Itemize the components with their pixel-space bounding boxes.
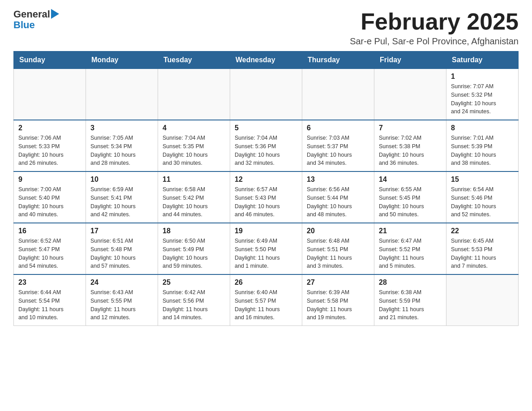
day-info: Sunrise: 6:50 AMSunset: 5:49 PMDaylight:… [163, 237, 225, 270]
calendar-cell-w1-d6: 8Sunrise: 7:01 AMSunset: 5:39 PMDaylight… [446, 120, 519, 171]
calendar-cell-w3-d6: 22Sunrise: 6:45 AMSunset: 5:53 PMDayligh… [446, 223, 519, 274]
day-info: Sunrise: 6:55 AMSunset: 5:45 PMDaylight:… [379, 185, 442, 219]
day-number: 26 [235, 278, 297, 287]
day-info: Sunrise: 6:42 AMSunset: 5:56 PMDaylight:… [163, 288, 225, 322]
day-info: Sunrise: 6:52 AMSunset: 5:47 PMDaylight:… [18, 237, 81, 270]
calendar-cell-w3-d3: 19Sunrise: 6:49 AMSunset: 5:50 PMDayligh… [230, 223, 302, 274]
calendar-cell-w4-d3: 26Sunrise: 6:40 AMSunset: 5:57 PMDayligh… [230, 274, 302, 326]
calendar-cell-w4-d5: 28Sunrise: 6:38 AMSunset: 5:59 PMDayligh… [374, 274, 446, 326]
day-info: Sunrise: 6:59 AMSunset: 5:41 PMDaylight:… [90, 185, 153, 219]
day-number: 4 [163, 124, 225, 132]
calendar-cell-w2-d4: 13Sunrise: 6:56 AMSunset: 5:44 PMDayligh… [302, 171, 374, 223]
day-number: 9 [18, 176, 81, 184]
day-number: 1 [451, 73, 514, 81]
logo-blue-text: Blue [13, 19, 35, 30]
day-number: 14 [379, 176, 442, 184]
calendar-cell-w4-d6 [446, 274, 519, 326]
calendar-cell-w2-d1: 10Sunrise: 6:59 AMSunset: 5:41 PMDayligh… [86, 171, 158, 223]
day-info: Sunrise: 6:57 AMSunset: 5:43 PMDaylight:… [235, 185, 297, 219]
header-saturday: Saturday [446, 51, 519, 69]
calendar-cell-w2-d5: 14Sunrise: 6:55 AMSunset: 5:45 PMDayligh… [374, 171, 446, 223]
day-number: 3 [90, 124, 153, 132]
day-info: Sunrise: 6:43 AMSunset: 5:55 PMDaylight:… [90, 288, 153, 322]
logo-triangle-icon [51, 9, 59, 19]
day-info: Sunrise: 6:40 AMSunset: 5:57 PMDaylight:… [235, 288, 297, 322]
calendar-cell-w3-d5: 21Sunrise: 6:47 AMSunset: 5:52 PMDayligh… [374, 223, 446, 274]
logo: General Blue [13, 9, 59, 30]
day-info: Sunrise: 7:05 AMSunset: 5:34 PMDaylight:… [90, 134, 153, 167]
day-info: Sunrise: 6:54 AMSunset: 5:46 PMDaylight:… [451, 185, 514, 219]
day-info: Sunrise: 6:39 AMSunset: 5:58 PMDaylight:… [307, 288, 369, 322]
calendar-cell-w0-d6: 1Sunrise: 7:07 AMSunset: 5:32 PMDaylight… [446, 69, 519, 120]
calendar-week-0: 1Sunrise: 7:07 AMSunset: 5:32 PMDaylight… [14, 69, 519, 120]
calendar-cell-w2-d6: 15Sunrise: 6:54 AMSunset: 5:46 PMDayligh… [446, 171, 519, 223]
day-number: 21 [379, 227, 442, 235]
day-number: 13 [307, 176, 369, 184]
calendar-cell-w1-d2: 4Sunrise: 7:04 AMSunset: 5:35 PMDaylight… [158, 120, 230, 171]
day-info: Sunrise: 6:38 AMSunset: 5:59 PMDaylight:… [379, 288, 442, 322]
calendar-table: Sunday Monday Tuesday Wednesday Thursday… [13, 51, 519, 326]
calendar-cell-w1-d1: 3Sunrise: 7:05 AMSunset: 5:34 PMDaylight… [86, 120, 158, 171]
day-number: 7 [379, 124, 442, 132]
header-thursday: Thursday [302, 51, 374, 69]
calendar-cell-w1-d3: 5Sunrise: 7:04 AMSunset: 5:36 PMDaylight… [230, 120, 302, 171]
day-number: 15 [451, 176, 514, 184]
day-number: 5 [235, 124, 297, 132]
calendar-cell-w1-d5: 7Sunrise: 7:02 AMSunset: 5:38 PMDaylight… [374, 120, 446, 171]
day-number: 6 [307, 124, 369, 132]
header-friday: Friday [374, 51, 446, 69]
day-info: Sunrise: 6:45 AMSunset: 5:53 PMDaylight:… [451, 237, 514, 270]
day-number: 12 [235, 176, 297, 184]
day-info: Sunrise: 7:07 AMSunset: 5:32 PMDaylight:… [451, 82, 514, 116]
day-number: 10 [90, 176, 153, 184]
calendar-cell-w1-d0: 2Sunrise: 7:06 AMSunset: 5:33 PMDaylight… [14, 120, 86, 171]
day-number: 18 [163, 227, 225, 235]
day-info: Sunrise: 6:49 AMSunset: 5:50 PMDaylight:… [235, 237, 297, 270]
header: General Blue February 2025 Sar-e Pul, Sa… [13, 9, 519, 47]
calendar-cell-w3-d1: 17Sunrise: 6:51 AMSunset: 5:48 PMDayligh… [86, 223, 158, 274]
calendar-cell-w4-d4: 27Sunrise: 6:39 AMSunset: 5:58 PMDayligh… [302, 274, 374, 326]
calendar-week-2: 9Sunrise: 7:00 AMSunset: 5:40 PMDaylight… [14, 171, 519, 223]
day-info: Sunrise: 7:02 AMSunset: 5:38 PMDaylight:… [379, 134, 442, 167]
day-number: 16 [18, 227, 81, 235]
day-info: Sunrise: 6:56 AMSunset: 5:44 PMDaylight:… [307, 185, 369, 219]
day-number: 24 [90, 278, 153, 287]
calendar-cell-w0-d0 [14, 69, 86, 120]
calendar-cell-w4-d1: 24Sunrise: 6:43 AMSunset: 5:55 PMDayligh… [86, 274, 158, 326]
day-number: 19 [235, 227, 297, 235]
calendar-cell-w0-d5 [374, 69, 446, 120]
day-number: 11 [163, 176, 225, 184]
day-info: Sunrise: 7:00 AMSunset: 5:40 PMDaylight:… [18, 185, 81, 219]
calendar-cell-w3-d4: 20Sunrise: 6:48 AMSunset: 5:51 PMDayligh… [302, 223, 374, 274]
header-sunday: Sunday [14, 51, 86, 69]
day-info: Sunrise: 7:01 AMSunset: 5:39 PMDaylight:… [451, 134, 514, 167]
header-monday: Monday [86, 51, 158, 69]
calendar-week-3: 16Sunrise: 6:52 AMSunset: 5:47 PMDayligh… [14, 223, 519, 274]
calendar-cell-w3-d2: 18Sunrise: 6:50 AMSunset: 5:49 PMDayligh… [158, 223, 230, 274]
calendar-week-1: 2Sunrise: 7:06 AMSunset: 5:33 PMDaylight… [14, 120, 519, 171]
calendar-header-row: Sunday Monday Tuesday Wednesday Thursday… [14, 51, 519, 69]
header-tuesday: Tuesday [158, 51, 230, 69]
day-info: Sunrise: 6:44 AMSunset: 5:54 PMDaylight:… [18, 288, 81, 322]
calendar-cell-w2-d3: 12Sunrise: 6:57 AMSunset: 5:43 PMDayligh… [230, 171, 302, 223]
day-number: 22 [451, 227, 514, 235]
calendar-title: February 2025 [350, 9, 519, 34]
title-area: February 2025 Sar-e Pul, Sar-e Pol Provi… [350, 9, 519, 47]
calendar-cell-w0-d3 [230, 69, 302, 120]
day-info: Sunrise: 7:06 AMSunset: 5:33 PMDaylight:… [18, 134, 81, 167]
calendar-cell-w0-d1 [86, 69, 158, 120]
calendar-cell-w0-d4 [302, 69, 374, 120]
day-number: 25 [163, 278, 225, 287]
day-info: Sunrise: 7:03 AMSunset: 5:37 PMDaylight:… [307, 134, 369, 167]
calendar-cell-w0-d2 [158, 69, 230, 120]
calendar-week-4: 23Sunrise: 6:44 AMSunset: 5:54 PMDayligh… [14, 274, 519, 326]
day-number: 27 [307, 278, 369, 287]
day-info: Sunrise: 6:58 AMSunset: 5:42 PMDaylight:… [163, 185, 225, 219]
day-info: Sunrise: 6:47 AMSunset: 5:52 PMDaylight:… [379, 237, 442, 270]
calendar-subtitle: Sar-e Pul, Sar-e Pol Province, Afghanist… [350, 36, 519, 47]
day-number: 8 [451, 124, 514, 132]
day-info: Sunrise: 6:51 AMSunset: 5:48 PMDaylight:… [90, 237, 153, 270]
calendar-cell-w3-d0: 16Sunrise: 6:52 AMSunset: 5:47 PMDayligh… [14, 223, 86, 274]
logo-general-text: General [13, 9, 50, 20]
day-number: 28 [379, 278, 442, 287]
